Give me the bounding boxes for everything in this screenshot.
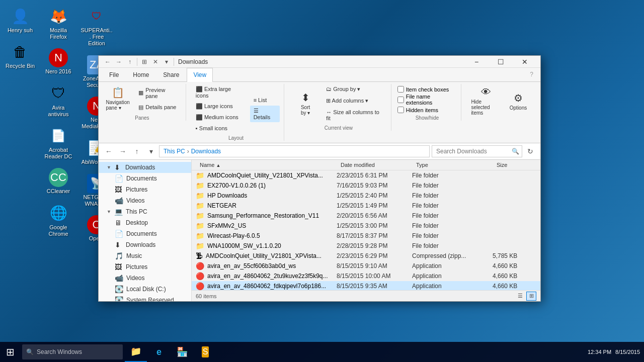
col-header-size[interactable]: Size — [493, 160, 533, 170]
taskbar-file-explorer[interactable]: 📁 — [125, 342, 147, 362]
nav-item-system-reserved[interactable]: 💽 System Reserved — [99, 295, 191, 301]
nav-item-music[interactable]: 🎵 Music — [99, 250, 191, 261]
file-row-avira2[interactable]: 🔴 avira_en_av_48604062_2tu9kuve2z3f5k9q.… — [192, 271, 540, 281]
nav-item-videos[interactable]: 📹 Videos — [99, 195, 191, 206]
file-row-avira1[interactable]: 🔴 avira_en_av_55cf606b3ab0d_ws 8/15/2015… — [192, 261, 540, 271]
file-date-wirecast: 8/17/2015 8:37 PM — [337, 232, 412, 239]
taskbar-edge[interactable]: e — [148, 342, 170, 362]
file-row-sfxmmv2[interactable]: 📁 SFxMMv2_US 1/25/2015 3:00 PM File fold… — [192, 221, 540, 231]
hidden-items-checkbox[interactable] — [397, 107, 404, 113]
file-type-wirecast: File folder — [412, 232, 493, 239]
desktop-icon-avira[interactable]: 🛡 Avira antivirus — [40, 81, 76, 120]
qt-delete-button[interactable]: ✕ — [150, 57, 160, 67]
taskbar-store[interactable]: 🏪 — [171, 342, 193, 362]
close-button[interactable]: ✕ — [513, 55, 536, 69]
status-view-large[interactable]: ⊞ — [526, 292, 536, 301]
tab-share[interactable]: Share — [156, 68, 186, 81]
qt-forward-button[interactable]: → — [114, 57, 124, 67]
nav-item-documents[interactable]: 📄 Documents — [99, 173, 191, 184]
nav-item-desktop[interactable]: 🖥 Desktop — [99, 217, 191, 228]
col-header-name[interactable]: Name ▲ — [196, 160, 337, 170]
nav-item-pictures2[interactable]: 🖼 Pictures — [99, 261, 191, 273]
google-chrome-label: Google Chrome — [42, 224, 74, 237]
nav-item-downloads[interactable]: ▼ ⬇ Downloads — [99, 162, 191, 173]
tab-view[interactable]: View — [187, 68, 213, 82]
address-path[interactable]: This PC › Downloads — [159, 145, 430, 157]
add-columns-button[interactable]: ⊞ Add columns ▾ — [323, 96, 387, 106]
item-checkboxes-option[interactable]: Item check boxes — [397, 86, 457, 93]
file-row-wirecast[interactable]: 📁 Wirecast-Play-6.0.5 8/17/2015 8:37 PM … — [192, 231, 540, 241]
tab-home[interactable]: Home — [126, 68, 155, 81]
preview-pane-button[interactable]: ▦ Preview pane — [135, 85, 182, 101]
nav-recent-button[interactable]: ▾ — [145, 145, 157, 157]
file-row-wna1000m[interactable]: 📁 WNA1000M_SW_v1.1.0.20 2/28/2015 9:28 P… — [192, 241, 540, 251]
col-header-date[interactable]: Date modified — [337, 160, 412, 170]
medium-icons-button[interactable]: ⬛ Medium icons — [192, 112, 248, 123]
desktop-icon-mozilla-firefox[interactable]: 🦊 Mozilla Firefox — [40, 4, 76, 42]
file-row-hp-downloads[interactable]: 📁 HP Downloads 1/25/2015 2:40 PM File fo… — [192, 191, 540, 201]
nav-item-local-disk[interactable]: 💽 Local Disk (C:) — [99, 284, 191, 295]
hidden-items-option[interactable]: Hidden items — [397, 107, 457, 113]
extra-large-icons-button[interactable]: ⬛ Extra large icons — [192, 84, 248, 101]
desktop-icon-google-chrome[interactable]: 🌐 Google Chrome — [40, 201, 76, 239]
path-downloads[interactable]: Downloads — [191, 148, 221, 155]
file-type-amdcoolquiet1: File folder — [412, 172, 493, 179]
desktop-icon-henry-suh[interactable]: 👤 Henry suh — [2, 4, 38, 36]
desktop-icon-nero-2016[interactable]: N Nero 2016 — [40, 46, 76, 77]
small-icons-button[interactable]: ▪ Small icons — [192, 123, 248, 133]
group-by-button[interactable]: 🗂 Group by ▾ — [323, 84, 387, 95]
nav-item-downloads2[interactable]: ⬇ Downloads — [99, 239, 191, 250]
large-icons-button[interactable]: ⬛ Large icons — [192, 101, 248, 112]
file-row-netgear[interactable]: 📁 NETGEAR 1/25/2015 1:49 PM File folder — [192, 201, 540, 211]
desktop-col-2: 🦊 Mozilla Firefox N Nero 2016 🛡 Avira an… — [40, 4, 76, 239]
search-container: 🔍 — [432, 145, 522, 157]
qt-dropdown-button[interactable]: ▾ — [162, 57, 172, 67]
nav-item-pictures[interactable]: 🖼 Pictures — [99, 184, 191, 195]
search-input[interactable] — [432, 145, 522, 157]
col-header-type[interactable]: Type — [412, 160, 493, 170]
maximize-button[interactable]: ☐ — [489, 55, 512, 69]
start-button[interactable]: ⊞ — [0, 342, 20, 362]
sort-by-button[interactable]: ⬍ Sortby ▾ — [290, 89, 320, 118]
refresh-button[interactable]: ↻ — [524, 145, 536, 157]
taskbar-search[interactable]: 🔍 Search Windows — [22, 344, 123, 359]
desktop-icon-super-anti[interactable]: 🛡 SUPERAnti... Free Edition — [78, 4, 115, 49]
file-row-amdcoolquiet1[interactable]: 📁 AMDCoolnQuiet_Utility_V21801_XPVista..… — [192, 170, 540, 180]
path-this-pc[interactable]: This PC — [164, 148, 185, 155]
nav-forward-button[interactable]: → — [117, 145, 129, 157]
file-row-samsung-perf[interactable]: 📁 Samsung_Performance_Restoration_V11 2/… — [192, 211, 540, 221]
desktop-icon-ccleaner[interactable]: CC CCleaner — [40, 166, 76, 197]
file-extensions-option[interactable]: File name extensions — [397, 94, 457, 106]
nav-item-videos2[interactable]: 📹 Videos — [99, 273, 191, 284]
item-checkboxes-checkbox[interactable] — [397, 86, 404, 93]
options-button[interactable]: ⚙ Options — [506, 89, 530, 113]
size-all-columns-button[interactable]: ↔ Size all columns to fit — [323, 107, 387, 123]
desktop-icon-recycle-bin[interactable]: 🗑 Recycle Bin — [2, 40, 38, 71]
ribbon-help-button[interactable]: ? — [527, 68, 536, 81]
tab-file[interactable]: File — [103, 68, 125, 81]
nav-item-this-pc[interactable]: ▼ 💻 This PC — [99, 206, 191, 217]
file-extensions-checkbox[interactable] — [397, 97, 404, 103]
nav-item-documents2[interactable]: 📄 Documents — [99, 228, 191, 239]
file-row-ex2700[interactable]: 📁 EX2700-V1.0.0.26 (1) 7/16/2015 9:03 PM… — [192, 180, 540, 191]
file-row-avira3[interactable]: 🔴 avira_en_av_48604062_fdkqipevl7o6p186.… — [192, 281, 540, 290]
nav-up-button[interactable]: ↑ — [131, 145, 143, 157]
details-button[interactable]: ☰ Details — [250, 106, 280, 122]
qt-properties-button[interactable]: ⊞ — [139, 57, 149, 67]
qt-back-button[interactable]: ← — [103, 57, 113, 67]
list-button[interactable]: ≡ List — [250, 95, 280, 105]
details-pane-button[interactable]: ▤ Details pane — [135, 102, 182, 113]
navigation-pane-button[interactable]: 📋 Navigationpane ▾ — [103, 84, 133, 113]
qt-up-button[interactable]: ↑ — [125, 57, 135, 67]
status-view-details[interactable]: ☰ — [515, 292, 525, 301]
desktop-icon-acrobat[interactable]: 📄 Acrobat Reader DC — [40, 124, 76, 162]
current-view-label: Current view — [325, 125, 353, 131]
column-headers: Name ▲ Date modified Type Size — [192, 160, 540, 170]
taskbar-snagit[interactable]: S — [194, 342, 216, 362]
hide-selected-button[interactable]: 👁 Hide selecteditems — [467, 84, 504, 118]
col-size-label: Size — [497, 162, 507, 168]
file-row-amdcoolquiet2[interactable]: 🗜 AMDCoolnQuiet_Utility_V21801_XPVista..… — [192, 251, 540, 261]
nav-back-button[interactable]: ← — [103, 145, 115, 157]
nav-expand-thispc: ▼ — [107, 209, 111, 214]
minimize-button[interactable]: − — [465, 55, 488, 69]
